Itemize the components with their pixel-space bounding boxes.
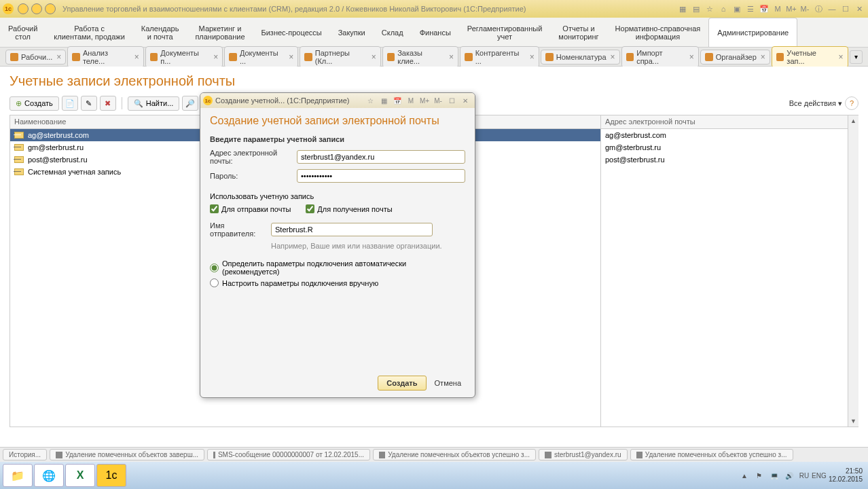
tab-1[interactable]: Анализ теле...× xyxy=(67,46,143,68)
tab-9[interactable]: Органайзер× xyxy=(700,50,770,65)
tab-close-icon[interactable]: × xyxy=(530,52,535,62)
tb-tool-2[interactable]: ▤ xyxy=(690,3,702,15)
statusbar-item-3[interactable]: Удаление помеченных объектов успешно з..… xyxy=(373,449,536,460)
tab-10[interactable]: Учетные зап...× xyxy=(772,46,848,68)
modal-cancel-button[interactable]: Отмена xyxy=(431,376,465,390)
modal-create-button[interactable]: Создать xyxy=(378,376,426,391)
tab-close-icon[interactable]: × xyxy=(449,52,454,62)
statusbar-item-5[interactable]: Удаление помеченных объектов успешно з..… xyxy=(630,449,793,460)
modal-fav-icon[interactable]: ☆ xyxy=(364,95,376,106)
tab-close-icon[interactable]: × xyxy=(56,52,61,62)
modal-m-[interactable]: M- xyxy=(432,95,444,106)
table-row[interactable]: ag@sterbrust.com xyxy=(601,129,858,141)
mainmenu-item-11[interactable]: Администрирование xyxy=(708,18,797,47)
delete-button[interactable]: ✖ xyxy=(100,96,116,111)
max-icon[interactable]: ☐ xyxy=(839,3,852,15)
titlebar-btn-3[interactable] xyxy=(45,3,56,14)
tb-m+[interactable]: M+ xyxy=(785,3,797,15)
tab-close-icon[interactable]: × xyxy=(689,52,694,62)
modal-m+[interactable]: M+ xyxy=(418,95,431,106)
modal-close-icon[interactable]: ✕ xyxy=(459,95,471,106)
tab-close-icon[interactable]: × xyxy=(839,52,844,62)
all-actions-dropdown[interactable]: Все действия ▾ xyxy=(789,99,842,108)
password-field[interactable] xyxy=(297,169,465,183)
mainmenu-item-9[interactable]: Отчеты имониторинг xyxy=(550,18,607,47)
checkbox-send[interactable]: Для отправки почты xyxy=(210,204,291,213)
tray-network-icon[interactable]: 💻 xyxy=(769,470,780,481)
tab-7[interactable]: Номенклатура× xyxy=(541,50,620,65)
grid-header-email[interactable]: Адрес электронной почты xyxy=(601,115,858,129)
titlebar-btn-2[interactable] xyxy=(31,3,42,14)
titlebar-btn-1[interactable] xyxy=(18,3,29,14)
clear-search-button[interactable]: 🔎 xyxy=(182,96,198,111)
tray-up-icon[interactable]: ▲ xyxy=(739,470,750,481)
tray-lang[interactable]: RU xyxy=(799,470,810,481)
taskbar-1c[interactable]: 1c xyxy=(96,464,126,487)
edit-button[interactable]: ✎ xyxy=(81,96,97,111)
mainmenu-item-1[interactable]: Работа склиентами, продажи xyxy=(46,18,133,47)
tb-tool-7[interactable]: 📅 xyxy=(758,3,770,15)
mainmenu-item-7[interactable]: Финансы xyxy=(412,18,459,47)
taskbar-explorer[interactable]: 📁 xyxy=(3,464,33,487)
tb-tool-6[interactable]: ☰ xyxy=(744,3,757,15)
statusbar-item-1[interactable]: Удаление помеченных объектов заверш... xyxy=(50,449,204,460)
checkbox-send-input[interactable] xyxy=(210,204,219,213)
tab-close-icon[interactable]: × xyxy=(372,52,376,62)
table-row[interactable]: gm@sterbrust.ru xyxy=(601,141,858,153)
checkbox-receive[interactable]: Для получения почты xyxy=(306,204,392,213)
modal-max-icon[interactable]: ☐ xyxy=(446,95,458,106)
tab-close-icon[interactable]: × xyxy=(611,52,615,62)
tb-tool-5[interactable]: ▣ xyxy=(731,3,743,15)
mainmenu-item-8[interactable]: Регламентированныйучет xyxy=(459,18,551,47)
tab-2[interactable]: Документы п...× xyxy=(145,46,223,68)
tab-0[interactable]: Рабочи...× xyxy=(5,50,66,65)
modal-calc-icon[interactable]: ▦ xyxy=(378,95,390,106)
page-help-icon[interactable]: ? xyxy=(845,96,858,110)
mainmenu-item-6[interactable]: Склад xyxy=(374,18,412,47)
tb-tool-4[interactable]: ⌂ xyxy=(717,3,729,15)
tab-close-icon[interactable]: × xyxy=(289,52,293,62)
modal-cal-icon[interactable]: 📅 xyxy=(391,95,403,106)
tab-5[interactable]: Заказы клие...× xyxy=(382,46,458,68)
table-row[interactable]: post@sterbrust.ru xyxy=(601,153,858,166)
sender-field[interactable] xyxy=(271,223,433,236)
radio-auto-input[interactable] xyxy=(210,264,219,272)
scroll-up-icon[interactable]: ▲ xyxy=(848,115,858,126)
modal-titlebar[interactable]: 1c Создание учетной... (1С:Предприятие) … xyxy=(200,93,475,108)
tab-close-icon[interactable]: × xyxy=(761,52,765,62)
scrollbar[interactable]: ▲ ▼ xyxy=(848,115,858,427)
tray-kb[interactable]: ENG xyxy=(814,470,825,481)
tabs-more-icon[interactable]: ▾ xyxy=(850,50,863,64)
tab-4[interactable]: Партнеры (Кл...× xyxy=(300,46,380,68)
tray-flag-icon[interactable]: ⚑ xyxy=(754,470,765,481)
modal-m[interactable]: M xyxy=(405,95,417,106)
help-icon[interactable]: ⓘ xyxy=(812,3,825,15)
tray-sound-icon[interactable]: 🔊 xyxy=(784,470,795,481)
email-field[interactable] xyxy=(297,150,465,164)
statusbar-item-2[interactable]: SMS-сообщение 00000000007 от 12.02.2015.… xyxy=(207,449,370,460)
min-icon[interactable]: — xyxy=(826,3,838,15)
mainmenu-item-10[interactable]: Нормативно-справочнаяинформация xyxy=(607,18,709,47)
mainmenu-item-0[interactable]: Рабочийстол xyxy=(0,18,46,47)
mainmenu-item-5[interactable]: Закупки xyxy=(330,18,374,47)
create-button[interactable]: ⊕Создать xyxy=(10,96,59,111)
tab-close-icon[interactable]: × xyxy=(134,52,139,62)
scroll-down-icon[interactable]: ▼ xyxy=(848,416,858,427)
tb-tool-1[interactable]: ▦ xyxy=(676,3,689,15)
mainmenu-item-3[interactable]: Маркетинг ипланирование xyxy=(187,18,253,47)
checkbox-receive-input[interactable] xyxy=(306,204,314,213)
tab-6[interactable]: Контрагенты ...× xyxy=(460,46,539,68)
tray-clock[interactable]: 21:5012.02.2015 xyxy=(829,467,865,484)
close-icon[interactable]: ✕ xyxy=(853,3,865,15)
taskbar-chrome[interactable]: 🌐 xyxy=(34,464,64,487)
radio-manual-input[interactable] xyxy=(210,278,219,287)
taskbar-excel[interactable]: X xyxy=(65,464,95,487)
statusbar-item-0[interactable]: История... xyxy=(3,449,47,460)
radio-auto[interactable]: Определить параметры подключения автомат… xyxy=(210,259,465,276)
tab-close-icon[interactable]: × xyxy=(213,52,218,62)
mainmenu-item-2[interactable]: Календарьи почта xyxy=(133,18,187,47)
mainmenu-item-4[interactable]: Бизнес-процессы xyxy=(253,18,330,47)
radio-manual[interactable]: Настроить параметры подключения вручную xyxy=(210,278,465,287)
tb-m-[interactable]: M- xyxy=(799,3,811,15)
tab-3[interactable]: Документы ...× xyxy=(224,46,298,68)
